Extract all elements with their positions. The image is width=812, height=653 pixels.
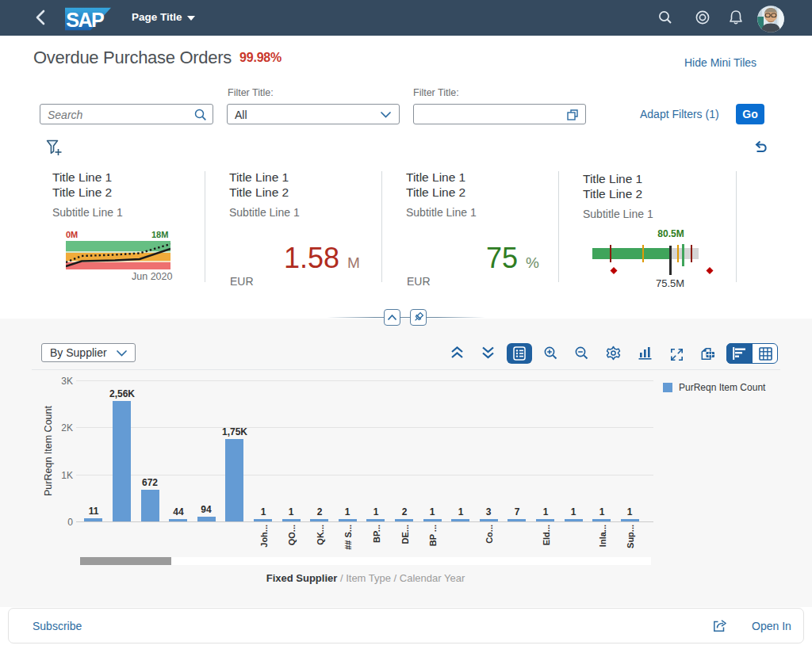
svg-text:SAP: SAP xyxy=(66,9,104,31)
